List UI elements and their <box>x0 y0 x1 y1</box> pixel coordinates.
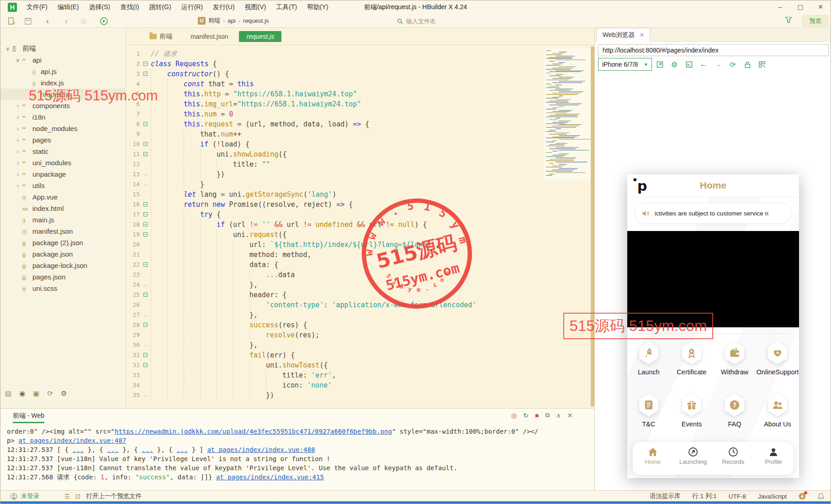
code-line-23[interactable]: 23...data <box>126 270 594 280</box>
code-line-10[interactable]: 10if (!load) { <box>126 139 594 149</box>
tree-chevron-icon[interactable]: › <box>15 114 21 121</box>
encoding[interactable]: UTF-8 <box>729 493 746 500</box>
outline-icon[interactable]: ☰ <box>64 493 70 500</box>
tree-item-App-vue[interactable]: VApp.vue <box>0 191 126 203</box>
devtools-icon[interactable] <box>682 61 696 68</box>
tree-chevron-icon[interactable]: › <box>15 148 21 155</box>
code-line-33[interactable]: 33title: 'err', <box>126 370 594 380</box>
video-player[interactable] <box>627 231 799 327</box>
menu-item-6[interactable]: 发行(U) <box>208 3 239 11</box>
forward-icon[interactable]: › <box>61 16 71 26</box>
grid-item-OnlineSupport[interactable]: OnlineSupport <box>756 341 799 376</box>
editor-scrollbar[interactable] <box>591 46 594 407</box>
collapse-icon[interactable]: ∧ <box>556 412 561 419</box>
code-line-1[interactable]: 1// 请求 <box>126 49 594 59</box>
nav-item-records[interactable]: Records <box>713 442 753 475</box>
code-line-11[interactable]: 11uni.showLoading({ <box>126 149 594 159</box>
code-line-3[interactable]: 3constructor() { <box>126 69 594 79</box>
tree-chevron-icon[interactable]: › <box>15 171 21 178</box>
favorite-star-icon[interactable]: ☆ <box>79 16 89 26</box>
qr-code-icon[interactable] <box>755 61 769 68</box>
tree-chevron-icon[interactable]: ∨ <box>15 57 21 63</box>
tree-item-static[interactable]: ›static <box>0 146 126 157</box>
menu-item-3[interactable]: 查找(I) <box>115 3 144 11</box>
tree-item-pages-json[interactable]: []pages.json <box>0 271 126 283</box>
menu-item-7[interactable]: 视图(V) <box>240 3 271 11</box>
grid-item-About-Us[interactable]: About Us <box>756 394 799 428</box>
tree-item-package-json[interactable]: []package.json <box>0 248 126 260</box>
menu-item-1[interactable]: 编辑(E) <box>53 3 84 11</box>
run-icon[interactable] <box>99 16 109 26</box>
code-line-35[interactable]: 35}) <box>126 390 594 400</box>
code-line-6[interactable]: 6this.img_url="https://658.1.haiwaiym24.… <box>126 99 594 109</box>
code-line-12[interactable]: 12title: "" <box>126 159 594 169</box>
fold-icon[interactable] <box>143 293 148 297</box>
tree-item-uni-scss[interactable]: Suni.scss <box>0 283 126 294</box>
code-line-17[interactable]: 17try { <box>126 210 594 220</box>
tree-chevron-icon[interactable]: › <box>15 183 21 189</box>
code-line-4[interactable]: 4const that = this <box>126 79 594 89</box>
fold-icon[interactable] <box>143 363 148 367</box>
lock-icon[interactable] <box>741 61 754 68</box>
code-line-19[interactable]: 19uni.request({ <box>126 230 594 240</box>
code-line-34[interactable]: 34icon: 'none' <box>126 380 594 390</box>
code-line-8[interactable]: 8this.request = (url, method, data, load… <box>126 119 594 129</box>
tree-chevron-icon[interactable]: › <box>15 137 21 143</box>
language-mode[interactable]: JavaScript <box>758 493 787 500</box>
code-line-7[interactable]: 7this.num = 0 <box>126 109 594 119</box>
new-file-icon[interactable] <box>7 16 17 26</box>
open-previous-preview[interactable]: 打开上一个预览文件 <box>86 492 142 500</box>
code-line-16[interactable]: 16return new Promise((resolve, reject) =… <box>126 200 594 210</box>
editor-tab--[interactable]: 前端 <box>142 31 180 42</box>
fold-icon[interactable] <box>143 122 148 126</box>
console-tab[interactable]: 前端 - Web <box>13 412 44 420</box>
tree-item-components[interactable]: ›components <box>0 100 126 111</box>
console-link[interactable]: ... <box>107 446 118 453</box>
grid-item-FAQ[interactable]: ?FAQ <box>713 394 756 428</box>
back-icon[interactable]: ‹ <box>42 16 53 26</box>
code-line-20[interactable]: 20url: `${that.http}/index/${url}?lang=$… <box>126 240 594 250</box>
account-icon[interactable] <box>11 493 17 500</box>
grid-item-Certificate[interactable]: Certificate <box>670 341 713 376</box>
tree-item-api[interactable]: ∨api <box>0 54 126 66</box>
code-line-31[interactable]: 31fail(err) { <box>126 350 594 360</box>
menu-item-9[interactable]: 帮助(Y) <box>302 3 333 11</box>
tree-chevron-icon[interactable]: › <box>15 160 21 166</box>
notice-marquee[interactable]: ictivities are subject to customer servi… <box>635 203 792 224</box>
fold-icon[interactable] <box>143 222 148 226</box>
open-external-icon[interactable] <box>653 61 667 68</box>
terminal-icon[interactable]: ⊡ <box>75 493 80 500</box>
update-icon[interactable] <box>799 493 806 500</box>
file-search-input[interactable]: 输入文件名 <box>397 16 534 26</box>
settings-gear-icon[interactable]: ⚙ <box>667 60 681 69</box>
tree-item--[interactable]: ∨U前端 <box>0 43 126 54</box>
breadcrumb-1[interactable]: api <box>228 17 235 24</box>
console-link[interactable]: https://newadmin.jqdkkk.com/upload/4e3fe… <box>115 428 392 435</box>
menu-item-8[interactable]: 工具(T) <box>271 3 302 11</box>
console-link[interactable]: at pages/index/index.vue:488 <box>207 446 315 453</box>
tree-item-main-js[interactable]: Jmain.js <box>0 214 126 226</box>
settings-gear-icon[interactable]: ⚙ <box>61 389 67 398</box>
code-line-28[interactable]: 28success(res) { <box>126 320 594 330</box>
console-link[interactable]: at pages/index/index.vue:487 <box>18 437 126 444</box>
refresh-icon[interactable]: ⟳ <box>47 389 53 398</box>
maximize-button[interactable]: ▢ <box>790 0 810 14</box>
tree-item-i18n[interactable]: ›i18n <box>0 111 126 123</box>
syntax-hint-lib[interactable]: 语法提示库 <box>650 492 681 500</box>
code-line-30[interactable]: 30}, <box>126 340 594 350</box>
device-select[interactable]: iPhone 6/7/8 ▼ <box>598 58 652 71</box>
fold-icon[interactable] <box>143 142 148 146</box>
fold-icon[interactable] <box>143 212 148 216</box>
console-panel-icon[interactable]: ▣ <box>33 389 39 398</box>
breadcrumb-0[interactable]: 前端 <box>208 16 220 25</box>
breadcrumb-2[interactable]: request.js <box>243 17 269 24</box>
code-line-13[interactable]: 13}) <box>126 169 594 179</box>
tree-item-api-js[interactable]: Japi.js <box>0 66 126 77</box>
preview-button[interactable]: 预览 <box>803 16 828 26</box>
tree-chevron-icon[interactable]: › <box>15 103 21 109</box>
grid-item-Events[interactable]: Events <box>670 394 713 428</box>
fold-icon[interactable] <box>143 353 148 357</box>
fold-icon[interactable] <box>143 323 148 327</box>
grid-item-Launch[interactable]: Launch <box>627 341 670 376</box>
notification-bell-icon[interactable] <box>818 493 824 500</box>
